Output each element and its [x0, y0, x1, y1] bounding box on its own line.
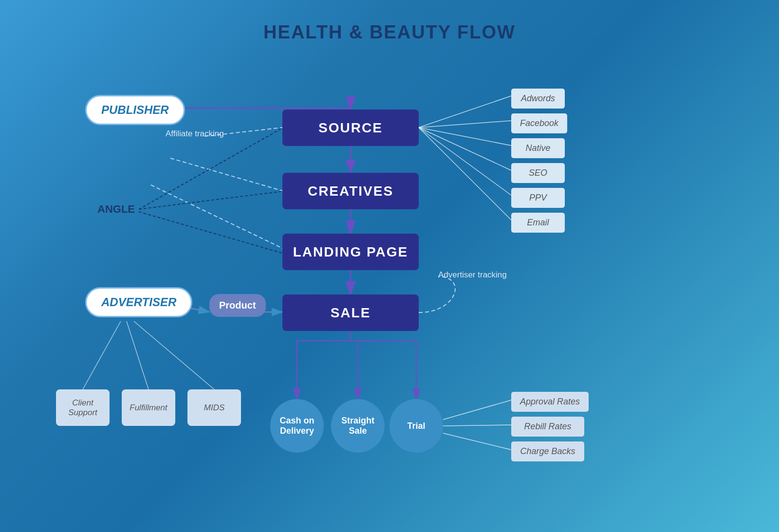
svg-line-8	[419, 121, 511, 128]
svg-line-14	[170, 158, 282, 191]
svg-line-17	[139, 212, 282, 253]
svg-line-15	[151, 185, 282, 248]
svg-line-16	[139, 191, 282, 209]
affiliate-tracking-label: Affiliate tracking	[166, 129, 224, 139]
source-ppv: PPV	[511, 188, 565, 208]
source-adwords: Adwords	[511, 89, 565, 109]
angle-label: ANGLE	[97, 203, 135, 216]
landing-page-box: LANDING PAGE	[282, 234, 419, 270]
page-title: HEALTH & BEAUTY FLOW	[0, 0, 779, 43]
charge-backs-label: Charge Backs	[511, 441, 584, 461]
sale-box: SALE	[282, 294, 419, 331]
svg-line-21	[83, 321, 121, 389]
svg-line-30	[443, 425, 511, 426]
svg-line-10	[419, 128, 511, 170]
client-support-box: Client Support	[56, 389, 110, 426]
product-box: Product	[209, 294, 266, 317]
fulfillment-box: Fulfillment	[122, 389, 175, 426]
source-native: Native	[511, 138, 565, 158]
svg-line-23	[134, 321, 214, 389]
mids-box: MIDS	[187, 389, 241, 426]
cod-circle: Cash on Delivery	[270, 399, 324, 453]
straight-sale-circle: Straight Sale	[331, 399, 385, 453]
svg-line-11	[419, 128, 511, 195]
svg-line-31	[443, 433, 511, 450]
source-box: SOURCE	[282, 110, 419, 146]
source-email: Email	[511, 213, 565, 233]
svg-line-18	[139, 128, 282, 209]
svg-line-9	[419, 128, 511, 146]
svg-line-12	[419, 128, 511, 220]
rebill-rates-label: Rebill Rates	[511, 417, 584, 437]
svg-line-29	[443, 400, 511, 420]
publisher-node: PUBLISHER	[85, 95, 185, 125]
svg-line-7	[419, 96, 511, 128]
svg-line-22	[127, 321, 148, 389]
advertiser-tracking-label: Advertiser tracking	[438, 270, 507, 280]
approval-rates-label: Approval Rates	[511, 392, 589, 412]
source-facebook: Facebook	[511, 113, 567, 133]
creatives-box: CREATIVES	[282, 173, 419, 209]
advertiser-node: ADVERTISER	[85, 287, 192, 317]
source-seo: SEO	[511, 163, 565, 183]
trial-circle: Trial	[390, 399, 443, 453]
